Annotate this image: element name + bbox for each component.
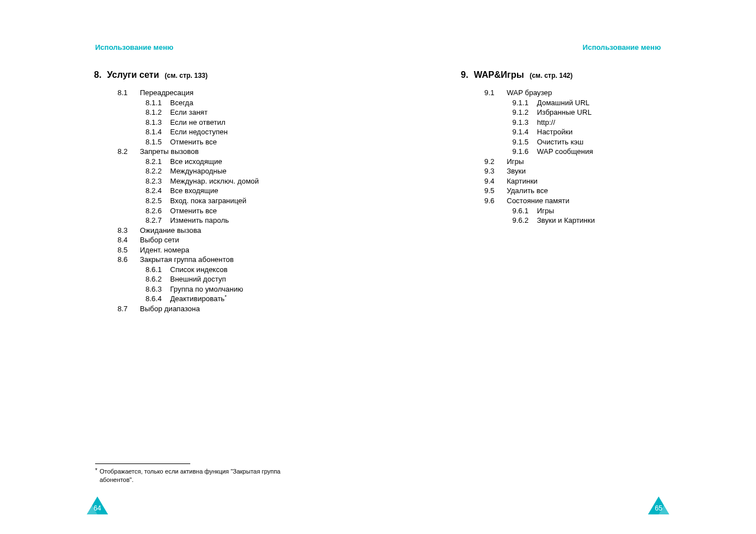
footnote-block: * Отображается, только если активна функ… [95,463,313,484]
toc-entry-text: Игры [507,157,524,167]
toc-entry: 8.3Ожидание вызова [118,226,345,236]
toc-entry: 9.1.3http:// [513,118,712,128]
toc-entry: 8.2.4Все входящие [145,186,345,196]
toc-entry-text: Запреты вызовов [140,147,199,157]
toc-entry: 8.1.2Если занят [145,107,345,118]
toc-entry: 8.7Выбор диапазона [118,304,345,314]
toc-entry: 8.2Запреты вызовов [118,147,345,157]
toc-entry: 8.1.1Всегда [145,98,345,108]
toc-entry-num: 8.2.1 [145,157,167,167]
toc-entry: 8.2.2Международные [145,166,345,176]
toc-entry-num: 9.3 [485,166,504,176]
toc-entry-num: 8.6.3 [145,284,167,294]
toc-left: 8.1Переадресация8.1.1Всегда8.1.2Если зан… [34,88,345,314]
toc-entry-text: Все входящие [170,186,218,196]
toc-entry-text: Состояние памяти [507,196,570,206]
toc-entry-num: 9.1.2 [513,107,534,118]
toc-entry: 9.4Картинки [485,176,712,186]
toc-entry-num: 8.1.3 [145,118,167,128]
toc-entry-num: 8.5 [118,245,137,255]
section-ref: (см. стр. 142) [529,72,572,79]
toc-entry: 9.5Удалить все [485,186,712,196]
toc-entry-text: http:// [537,118,556,128]
toc-entry: 8.2.5Вход. пока заграницей [145,196,345,206]
toc-entry-num: 8.6.4 [145,294,167,304]
toc-entry-num: 8.1.2 [145,107,167,118]
toc-entry-text: Выбор сети [140,235,179,245]
toc-entry-text: Вход. пока заграницей [170,196,246,206]
section-ref: (см. стр. 133) [165,72,208,79]
toc-entry: 8.2.7Изменить пароль [145,216,345,226]
toc-entry-num: 9.6.2 [513,216,534,226]
toc-entry: 9.1.6WAP сообщения [513,147,712,157]
toc-entry-text: Звуки и Картинки [537,216,595,226]
section-heading-8: 8. Услуги сети (см. стр. 133) [94,70,345,80]
toc-entry-text: Международные [170,166,227,176]
toc-entry-text: Выбор диапазона [140,304,200,314]
running-header-left: Использование меню [95,43,173,51]
toc-entry: 8.6.3Группа по умолчанию [145,284,345,294]
toc-entry-num: 8.2.6 [145,206,167,216]
footnote: * Отображается, только если активна функ… [95,467,313,484]
page-marker-right: 65 [648,496,669,514]
toc-entry-text: Удалить все [507,186,548,196]
toc-entry-text: Звуки [507,166,526,176]
footnote-ref-icon: * [224,294,227,299]
toc-entry: 8.4Выбор сети [118,235,345,245]
toc-entry: 9.1.1Домашний URL [513,98,712,108]
footnote-rule [95,463,190,464]
toc-entry-text: Если не ответил [170,118,226,128]
section-title: Услуги сети [107,70,159,80]
toc-entry: 8.1.3Если не ответил [145,118,345,128]
toc-entry-num: 9.1 [485,88,504,98]
toc-entry: 8.2.3Междунар. исключ. домой [145,176,345,186]
toc-entry: 8.2.6Отменить все [145,206,345,216]
toc-entry-text: Ожидание вызова [140,226,201,236]
toc-entry-num: 8.2.2 [145,166,167,176]
toc-entry-num: 8.3 [118,226,137,236]
toc-entry-text: WAP сообщения [537,147,593,157]
page-left: Использование меню 8. Услуги сети (см. с… [0,0,378,534]
section-num: 8. [94,70,101,80]
toc-entry-text: Картинки [507,176,538,186]
toc-entry-text: Список индексов [170,265,228,275]
section-heading-9: 9. WAP&Игры (см. стр. 142) [461,70,712,80]
toc-entry-text: Закрытая группа абонентов [140,255,234,265]
toc-entry-num: 8.6.2 [145,274,167,284]
toc-entry-num: 8.2 [118,147,137,157]
toc-entry: 9.6.1Игры [513,206,712,216]
page-number-left: 64 [87,504,108,512]
toc-entry-text: Домашний URL [537,98,590,108]
toc-entry-num: 8.1.1 [145,98,167,108]
footnote-mark: * [95,467,97,483]
content-right: 9. WAP&Игры (см. стр. 142) 9.1WAP браузе… [401,70,712,226]
toc-entry: 8.6.2Внешний доступ [145,274,345,284]
toc-entry-text: Очистить кэш [537,137,584,147]
footnote-text: Отображается, только если активна функци… [100,467,313,484]
toc-entry-text: Всегда [170,98,193,108]
toc-entry-text: Если занят [170,107,208,118]
toc-entry-num: 9.6 [485,196,504,206]
toc-entry: 9.1.2Избранные URL [513,107,712,118]
toc-entry-num: 8.2.3 [145,176,167,186]
toc-entry: 9.1.5Очистить кэш [513,137,712,147]
toc-entry-text: Изменить пароль [170,216,229,226]
toc-entry-num: 9.4 [485,176,504,186]
toc-entry-text: Игры [537,206,555,216]
toc-entry-num: 8.1 [118,88,137,98]
toc-entry-text: Внешний доступ [170,274,226,284]
toc-entry-num: 8.7 [118,304,137,314]
toc-entry-num: 9.1.3 [513,118,534,128]
toc-entry: 8.1.4Если недоступен [145,127,345,137]
toc-entry-num: 9.2 [485,157,504,167]
toc-entry-num: 8.1.4 [145,127,167,137]
toc-entry: 8.6.1Список индексов [145,265,345,275]
toc-entry-text: Деактивировать* [170,294,227,304]
toc-entry: 8.1Переадресация [118,88,345,98]
toc-entry-text: Все исходящие [170,157,222,167]
toc-entry: 9.6.2Звуки и Картинки [513,216,712,226]
section-title: WAP&Игры [474,70,524,80]
toc-entry-num: 8.2.7 [145,216,167,226]
toc-entry-text: Группа по умолчанию [170,284,243,294]
content-left: 8. Услуги сети (см. стр. 133) 8.1Переадр… [34,70,345,314]
